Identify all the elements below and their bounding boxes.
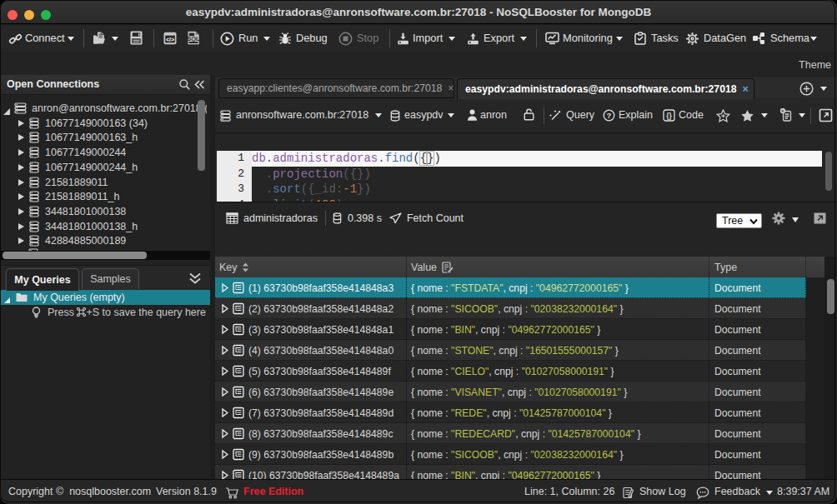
svg-text:SQL: SQL [187,35,200,42]
svg-text:</>: </> [166,37,174,42]
svg-text:{}: {} [666,112,672,120]
svg-text:?: ? [607,111,612,120]
